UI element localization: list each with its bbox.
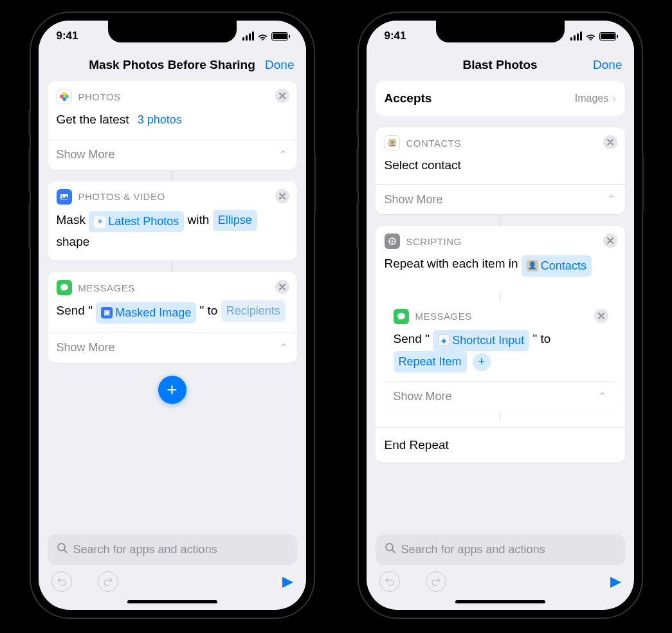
screen: 9:41 Mask Photos Before Sharing Done PHO… bbox=[39, 21, 306, 610]
undo-button[interactable] bbox=[51, 571, 72, 592]
page-title: Mask Photos Before Sharing bbox=[89, 58, 255, 72]
message-content-variable[interactable]: ▣Masked Image bbox=[96, 302, 196, 324]
phone-left: 9:41 Mask Photos Before Sharing Done PHO… bbox=[31, 13, 314, 618]
recipient-variable[interactable]: Repeat Item bbox=[394, 351, 467, 372]
svg-point-3 bbox=[60, 95, 64, 98]
wifi-icon bbox=[585, 32, 596, 41]
repeat-input-variable[interactable]: 👤Contacts bbox=[522, 255, 592, 277]
accepts-label: Accepts bbox=[385, 91, 432, 106]
input-variable[interactable]: ✳︎Latest Photos bbox=[89, 211, 184, 232]
battery-icon bbox=[271, 32, 288, 41]
contacts-icon: 👤 bbox=[527, 260, 538, 271]
search-icon bbox=[385, 542, 396, 557]
category-label: PHOTOS & VIDEO bbox=[78, 191, 165, 202]
delete-action-button[interactable] bbox=[275, 89, 289, 103]
messages-app-icon bbox=[57, 280, 72, 295]
action-send-message[interactable]: MESSAGES Send " ▣Masked Image " to Recip… bbox=[48, 272, 297, 362]
search-input[interactable]: Search for apps and actions bbox=[48, 535, 297, 565]
recipients-param[interactable]: Recipients bbox=[221, 300, 286, 322]
connector bbox=[172, 261, 172, 272]
footer: Search for apps and actions ▶ bbox=[367, 528, 634, 610]
footer: Search for apps and actions ▶ bbox=[39, 528, 306, 610]
svg-point-5 bbox=[62, 196, 63, 197]
page-title: Blast Photos bbox=[462, 58, 537, 72]
photos-icon: ✳︎ bbox=[94, 216, 105, 228]
done-button[interactable]: Done bbox=[593, 58, 622, 72]
action-send-message-nested[interactable]: MESSAGES Send " ◈Shortcut Input " to Rep… bbox=[385, 301, 616, 412]
add-action-button[interactable]: + bbox=[158, 376, 186, 404]
category-label: SCRIPTING bbox=[406, 236, 462, 247]
action-mask-image[interactable]: PHOTOS & VIDEO Mask ✳︎Latest Photos with… bbox=[48, 181, 297, 261]
show-more-button[interactable]: Show More ⌃ bbox=[48, 333, 297, 363]
wifi-icon bbox=[257, 32, 268, 41]
show-more-button[interactable]: Show More ⌃ bbox=[385, 381, 616, 412]
redo-button[interactable] bbox=[426, 571, 446, 592]
shortcut-editor: Accepts Images› CONTACTS Select contact … bbox=[367, 81, 634, 528]
accepts-value: Images bbox=[575, 93, 608, 104]
delete-action-button[interactable] bbox=[603, 234, 617, 248]
connector bbox=[500, 214, 500, 226]
battery-icon bbox=[599, 32, 616, 41]
delete-action-button[interactable] bbox=[275, 189, 289, 203]
show-more-button[interactable]: Show More ⌃ bbox=[376, 184, 625, 214]
shortcut-editor: PHOTOS Get the latest 3 photos Show More… bbox=[39, 81, 306, 528]
svg-point-12 bbox=[391, 241, 393, 243]
header: Blast Photos Done bbox=[367, 51, 634, 81]
end-repeat-label: End Repeat bbox=[376, 427, 625, 463]
photo-count-param[interactable]: 3 photos bbox=[132, 109, 187, 131]
time: 9:41 bbox=[57, 30, 78, 42]
action-repeat[interactable]: SCRIPTING Repeat with each item in 👤Cont… bbox=[376, 226, 625, 462]
delete-action-button[interactable] bbox=[603, 135, 617, 149]
connector bbox=[500, 412, 500, 421]
svg-line-15 bbox=[392, 550, 395, 553]
svg-point-13 bbox=[397, 313, 405, 319]
redo-button[interactable] bbox=[98, 571, 118, 592]
chevron-up-icon: ⌃ bbox=[278, 341, 288, 355]
search-input[interactable]: Search for apps and actions bbox=[376, 535, 625, 565]
chevron-up-icon: ⌃ bbox=[597, 390, 607, 404]
shortcut-input-icon: ◈ bbox=[438, 335, 450, 346]
svg-point-6 bbox=[60, 284, 68, 291]
svg-point-14 bbox=[386, 544, 393, 551]
contacts-app-icon bbox=[385, 135, 400, 151]
undo-button[interactable] bbox=[379, 571, 400, 592]
svg-point-7 bbox=[58, 544, 65, 551]
messages-app-icon bbox=[394, 309, 409, 324]
done-button[interactable]: Done bbox=[265, 58, 294, 72]
delete-action-button[interactable] bbox=[275, 280, 289, 294]
category-label: PHOTOS bbox=[78, 91, 121, 102]
search-icon bbox=[57, 542, 68, 557]
chevron-right-icon: › bbox=[612, 93, 615, 104]
delete-action-button[interactable] bbox=[594, 309, 608, 323]
photos-app-icon bbox=[57, 89, 72, 104]
action-get-photos[interactable]: PHOTOS Get the latest 3 photos Show More… bbox=[48, 81, 297, 170]
signal-icon bbox=[242, 32, 254, 41]
message-content-variable[interactable]: ◈Shortcut Input bbox=[433, 330, 529, 351]
scripting-app-icon bbox=[385, 234, 400, 249]
run-button[interactable]: ▶ bbox=[610, 573, 621, 590]
home-indicator[interactable] bbox=[127, 600, 217, 603]
category-label: MESSAGES bbox=[78, 282, 135, 293]
home-indicator[interactable] bbox=[455, 600, 545, 603]
accepts-row[interactable]: Accepts Images› bbox=[376, 81, 625, 116]
chevron-up-icon: ⌃ bbox=[606, 192, 616, 206]
image-icon: ▣ bbox=[101, 307, 113, 318]
shape-param[interactable]: Ellipse bbox=[213, 210, 257, 231]
action-select-contact[interactable]: CONTACTS Select contact Show More ⌃ bbox=[376, 127, 625, 214]
show-more-button[interactable]: Show More ⌃ bbox=[48, 140, 297, 170]
connector bbox=[500, 292, 500, 301]
phone-right: 9:41 Blast Photos Done Accepts Images› C… bbox=[359, 13, 642, 618]
signal-icon bbox=[570, 32, 582, 41]
category-label: MESSAGES bbox=[415, 311, 472, 322]
screen: 9:41 Blast Photos Done Accepts Images› C… bbox=[367, 21, 634, 610]
svg-line-8 bbox=[64, 550, 67, 553]
time: 9:41 bbox=[385, 30, 406, 42]
header: Mask Photos Before Sharing Done bbox=[39, 51, 306, 81]
notch bbox=[108, 21, 237, 42]
svg-point-10 bbox=[391, 141, 394, 143]
chevron-up-icon: ⌃ bbox=[278, 148, 288, 162]
connector bbox=[172, 170, 172, 181]
run-button[interactable]: ▶ bbox=[282, 573, 293, 590]
media-app-icon bbox=[57, 189, 72, 205]
add-recipient-button[interactable]: + bbox=[473, 353, 491, 371]
